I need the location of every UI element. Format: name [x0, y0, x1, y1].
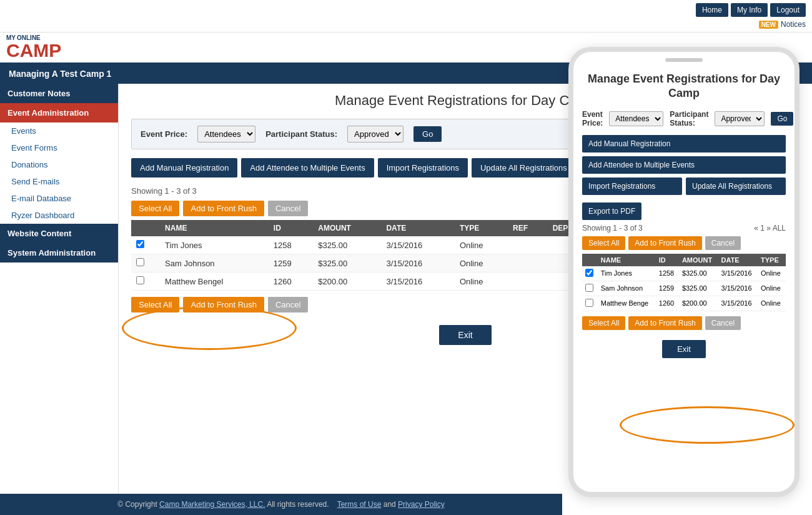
footer: © Copyright Camp Marketing Services, LLC… [0, 494, 562, 515]
phone-table-row: Sam Johnson 1259 $325.00 3/15/2016 Onlin… [582, 281, 786, 296]
sidebar-section-event-admin[interactable]: Event Administration [0, 103, 118, 122]
row-ref-1 [508, 254, 548, 272]
row-checkbox-1[interactable] [136, 258, 144, 266]
phone-row-date-0: 3/15/2016 [718, 266, 758, 281]
phone-status-label: Participant Status: [670, 110, 708, 128]
row-type-0: Online [455, 236, 508, 254]
logo-camp: CAMP [6, 41, 61, 60]
sidebar-section-system-admin[interactable]: System Administration [0, 243, 118, 262]
phone-speaker [665, 58, 703, 62]
row-id-1: 1259 [269, 254, 313, 272]
phone-row-checkbox-0[interactable] [585, 269, 593, 277]
row-name-0: Tim Jones [160, 236, 269, 254]
col-ref: REF [508, 220, 548, 236]
add-front-rush-top-button[interactable]: Add to Front Rush [183, 201, 264, 216]
phone-select-all-button[interactable]: Select All [582, 236, 625, 250]
phone-add-front-rush-bottom-button[interactable]: Add to Front Rush [628, 316, 701, 330]
col-type: TYPE [455, 220, 508, 236]
phone-export-pdf-button[interactable]: Export to PDF [582, 202, 641, 220]
phone-mockup: Manage Event Registrations for Day Camp … [568, 47, 800, 497]
notices-link[interactable]: Notices [781, 20, 806, 29]
phone-row-amount-1: $325.00 [679, 281, 718, 296]
sidebar-item-send-emails[interactable]: Send E-mails [0, 173, 118, 190]
footer-company-link[interactable]: Camp Marketing Services, LLC. [159, 500, 265, 509]
phone-row-name-0: Tim Jones [598, 266, 656, 281]
sidebar-item-donations[interactable]: Donations [0, 156, 118, 173]
phone-col-amount: AMOUNT [679, 254, 718, 266]
phone-showing-text: Showing 1 - 3 of 3 [582, 224, 643, 232]
phone-row-date-1: 3/15/2016 [718, 281, 758, 296]
status-select[interactable]: Approved [347, 126, 404, 142]
phone-status-select[interactable]: Approved [715, 111, 765, 126]
sidebar: Customer Notes Event Administration Even… [0, 84, 119, 515]
update-all-registrations-button[interactable]: Update All Registrations [472, 158, 576, 178]
phone-row-id-1: 1259 [656, 281, 679, 296]
row-name-1: Sam Johnson [160, 254, 269, 272]
phone-page-title: Manage Event Registrations for Day Camp [582, 72, 786, 101]
phone-add-front-rush-button[interactable]: Add to Front Rush [628, 236, 701, 250]
sidebar-section-customer-notes[interactable]: Customer Notes [0, 84, 118, 103]
phone-add-attendee-button[interactable]: Add Attendee to Multiple Events [582, 156, 786, 174]
status-label: Participant Status: [265, 129, 337, 139]
add-front-rush-bottom-button[interactable]: Add to Front Rush [183, 297, 264, 312]
add-attendee-multiple-events-button[interactable]: Add Attendee to Multiple Events [241, 158, 374, 178]
logout-button[interactable]: Logout [770, 3, 806, 17]
add-manual-registration-button[interactable]: Add Manual Registration [131, 158, 237, 178]
phone-select-bar-bottom: Select All Add to Front Rush Cancel [582, 316, 786, 330]
phone-import-button[interactable]: Import Registrations [582, 178, 682, 195]
cancel-bottom-button[interactable]: Cancel [268, 297, 308, 312]
row-date-2: 3/15/2016 [381, 272, 454, 291]
phone-row-checkbox-1[interactable] [585, 284, 593, 292]
exit-button[interactable]: Exit [439, 325, 491, 345]
phone-col-date: DATE [718, 254, 758, 266]
phone-cancel-button[interactable]: Cancel [705, 236, 741, 250]
footer-copyright: © Copyright [117, 500, 157, 509]
phone-row-type-1: Online [758, 281, 786, 296]
phone-cancel-bottom-button[interactable]: Cancel [705, 316, 741, 330]
sidebar-item-ryzer-dashboard[interactable]: Ryzer Dashboard [0, 207, 118, 224]
price-select[interactable]: Attendees [197, 126, 255, 142]
row-checkbox-2[interactable] [136, 276, 144, 284]
header-title: Managing A Test Camp 1 [9, 69, 111, 79]
phone-go-button[interactable]: Go [771, 112, 793, 126]
phone-exit-button[interactable]: Exit [662, 340, 706, 358]
select-all-top-button[interactable]: Select All [131, 201, 179, 216]
cancel-top-button[interactable]: Cancel [268, 201, 308, 216]
row-type-2: Online [455, 272, 508, 291]
row-amount-1: $325.00 [313, 254, 381, 272]
phone-col-name: NAME [598, 254, 656, 266]
footer-privacy-link[interactable]: Privacy Policy [398, 500, 445, 509]
sidebar-item-email-database[interactable]: E-mail Database [0, 190, 118, 207]
phone-add-manual-button[interactable]: Add Manual Registration [582, 135, 786, 152]
footer-terms-link[interactable]: Terms of Use [337, 500, 382, 509]
sidebar-section-website-content[interactable]: Website Content [0, 224, 118, 243]
row-checkbox-0[interactable] [136, 240, 144, 248]
phone-row-id-0: 1258 [656, 266, 679, 281]
go-button[interactable]: Go [413, 126, 442, 142]
select-all-bottom-button[interactable]: Select All [131, 297, 179, 312]
footer-and: and [384, 500, 396, 509]
phone-select-all-bottom-button[interactable]: Select All [582, 316, 625, 330]
row-ref-2 [508, 272, 548, 291]
import-registrations-button[interactable]: Import Registrations [378, 158, 468, 178]
footer-rights: All rights reserved. [267, 500, 329, 509]
sidebar-item-event-forms[interactable]: Event Forms [0, 139, 118, 156]
row-amount-0: $325.00 [313, 236, 381, 254]
new-badge: NEW [759, 21, 778, 29]
row-date-1: 3/15/2016 [381, 254, 454, 272]
logo: MY ONLINE CAMP [6, 35, 61, 60]
col-check [131, 220, 160, 236]
phone-price-select[interactable]: Attendees [609, 111, 663, 126]
myinfo-button[interactable]: My Info [731, 3, 768, 17]
phone-col-id: ID [656, 254, 679, 266]
phone-update-all-button[interactable]: Update All Registrations [686, 178, 786, 195]
col-date: DATE [381, 220, 454, 236]
row-type-1: Online [455, 254, 508, 272]
phone-price-label: Event Price: [582, 110, 603, 128]
phone-row-name-1: Sam Johnson [598, 281, 656, 296]
sidebar-item-events[interactable]: Events [0, 122, 118, 139]
phone-col-check [582, 254, 598, 266]
home-button[interactable]: Home [696, 3, 728, 17]
phone-row-type-0: Online [758, 266, 786, 281]
phone-select-bar: Select All Add to Front Rush Cancel [582, 236, 786, 250]
